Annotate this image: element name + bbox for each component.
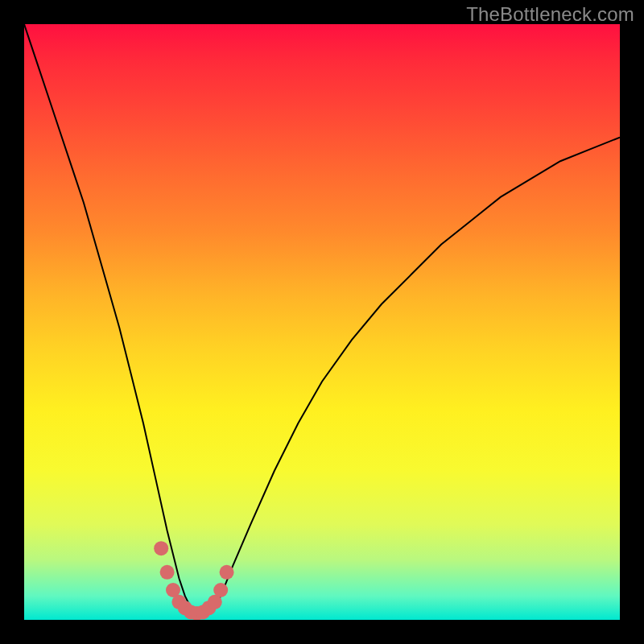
highlight-marker	[184, 605, 198, 619]
highlight-markers	[154, 541, 233, 620]
highlight-marker	[220, 565, 234, 580]
frame-border-bottom	[0, 620, 644, 644]
watermark-label: TheBottleneck.com	[466, 3, 634, 26]
bottleneck-curve-path	[24, 24, 620, 614]
frame-border-left	[0, 0, 24, 644]
highlight-marker	[208, 595, 222, 609]
highlight-marker	[154, 541, 168, 555]
bottleneck-curve-svg	[24, 24, 620, 620]
highlight-marker	[196, 605, 210, 619]
highlight-marker	[166, 583, 180, 597]
plot-area	[24, 24, 620, 620]
frame-border-right	[620, 0, 644, 644]
highlight-marker	[160, 565, 175, 580]
highlight-marker	[190, 606, 204, 620]
highlight-marker	[171, 595, 186, 609]
highlight-marker	[178, 601, 192, 615]
highlight-marker	[201, 601, 216, 615]
highlight-marker	[213, 583, 228, 597]
